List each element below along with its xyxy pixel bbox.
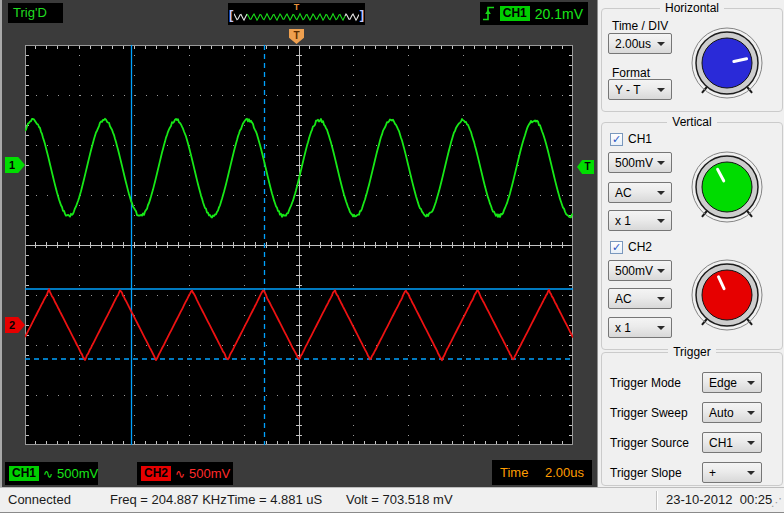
ch1-coupling-select[interactable]: AC: [608, 182, 672, 203]
ch2-badge: CH2: [141, 466, 171, 481]
ch1-position-marker[interactable]: 1: [5, 157, 25, 173]
dropdown-arrow-icon: [747, 411, 755, 415]
oscilloscope-app-window: Trig'D [ ] T CH1 20.1mV 1 2 T T CH1 ∿: [0, 0, 784, 513]
trigger-status-readout: Trig'D: [8, 3, 63, 23]
trigger-slope-select[interactable]: +: [702, 462, 762, 483]
preview-trigger-position-marker[interactable]: T: [294, 2, 300, 12]
frequency-measurement: Freq = 204.887 KHz: [110, 492, 227, 507]
horizontal-group-title: Horizontal: [660, 1, 724, 15]
dropdown-arrow-icon: [657, 88, 665, 92]
dropdown-arrow-icon: [747, 441, 755, 445]
ch2-coupling-icon: ∿: [175, 467, 185, 481]
ch1-probe-select[interactable]: x 1: [608, 210, 672, 231]
window-frame-edge: [0, 0, 2, 487]
dropdown-arrow-icon: [657, 191, 665, 195]
format-value: Y - T: [615, 83, 641, 97]
ch1-volts-select[interactable]: 500mV: [608, 152, 672, 173]
ch2-checkbox-label: CH2: [628, 240, 652, 254]
time-div-value: 2.00us: [615, 37, 651, 51]
trigger-mode-select[interactable]: Edge: [702, 372, 762, 393]
ch1-coupling-value: AC: [615, 186, 632, 200]
trigger-level-readout: CH1 20.1mV: [480, 2, 588, 25]
ch1-position-knob[interactable]: [685, 145, 769, 229]
trigger-sweep-value: Auto: [709, 406, 734, 420]
ch2-coupling-select[interactable]: AC: [608, 288, 672, 309]
horizontal-position-knob[interactable]: [685, 21, 769, 105]
trigger-sweep-label: Trigger Sweep: [610, 406, 688, 420]
ch1-enable-row: ✓ CH1: [610, 132, 652, 146]
time-measurement: Time = 4.881 uS: [227, 492, 322, 507]
edge-trigger-icon: [482, 4, 495, 23]
scope-display-region: Trig'D [ ] T CH1 20.1mV 1 2 T T CH1 ∿: [0, 0, 597, 487]
ch1-checkbox[interactable]: ✓: [610, 133, 623, 146]
trigger-source-label: Trigger Source: [610, 436, 689, 450]
status-bar: Connected Freq = 204.887 KHz Time = 4.88…: [0, 487, 784, 513]
trigger-slope-label: Trigger Slope: [610, 466, 682, 480]
ch2-volts-div: 500mV: [189, 466, 230, 481]
preview-waveform: [234, 10, 359, 24]
vertical-group-title: Vertical: [667, 115, 716, 129]
trigger-source-badge: CH1: [500, 6, 530, 21]
dropdown-arrow-icon: [657, 161, 665, 165]
trigger-slope-value: +: [709, 466, 716, 480]
trigger-group: Trigger Trigger Mode Edge Trigger Sweep …: [601, 352, 783, 486]
ch1-scale-readout: CH1 ∿ 500mV: [5, 462, 98, 485]
timebase-readout: Time 2.00us: [492, 460, 592, 485]
trigger-mode-value: Edge: [709, 376, 737, 390]
trigger-source-value: CH1: [709, 436, 733, 450]
format-label: Format: [612, 66, 650, 80]
ch2-position-marker[interactable]: 2: [5, 317, 25, 333]
waveform-preview-strip[interactable]: [ ] T: [228, 3, 365, 25]
trigger-source-select[interactable]: CH1: [702, 432, 762, 453]
ch1-badge: CH1: [9, 466, 39, 481]
preview-right-bracket: ]: [360, 6, 364, 24]
ch2-enable-row: ✓ CH2: [610, 240, 652, 254]
trigger-level-marker[interactable]: T: [577, 160, 594, 174]
ch2-volts-select[interactable]: 500mV: [608, 260, 672, 281]
connection-status: Connected: [8, 492, 71, 507]
ch2-probe-value: x 1: [615, 321, 631, 335]
scope-plot-svg: [25, 45, 573, 445]
format-select[interactable]: Y - T: [608, 79, 672, 100]
ch1-coupling-icon: ∿: [43, 467, 53, 481]
control-panel: Horizontal Time / DIV 2.00us Format Y - …: [597, 0, 784, 487]
ch2-position-knob[interactable]: [685, 253, 769, 337]
trigger-mode-label: Trigger Mode: [610, 376, 681, 390]
time-div-label: Time / DIV: [612, 19, 668, 33]
ch2-volts-value: 500mV: [615, 264, 653, 278]
ch1-probe-value: x 1: [615, 214, 631, 228]
ch2-coupling-value: AC: [615, 292, 632, 306]
ch2-scale-readout: CH2 ∿ 500mV: [137, 462, 233, 485]
time-label: Time: [500, 465, 528, 480]
ch1-checkbox-label: CH1: [628, 132, 652, 146]
ch1-volts-div: 500mV: [57, 466, 98, 481]
horizontal-group: Horizontal Time / DIV 2.00us Format Y - …: [601, 8, 783, 112]
dropdown-arrow-icon: [657, 219, 665, 223]
resize-grip-icon[interactable]: ⋰: [771, 496, 782, 509]
time-div-select[interactable]: 2.00us: [608, 33, 672, 54]
trigger-level-value: 20.1mV: [535, 6, 583, 22]
ch2-probe-select[interactable]: x 1: [608, 317, 672, 338]
dropdown-arrow-icon: [747, 381, 755, 385]
voltage-measurement: Volt = 703.518 mV: [346, 492, 453, 507]
trigger-horizontal-position-marker[interactable]: T: [289, 29, 304, 44]
time-value: 2.00us: [545, 465, 584, 480]
vertical-group: Vertical ✓ CH1 500mV AC x 1 ✓ CH2: [601, 122, 783, 350]
datetime-display: 23-10-2012 00:25: [666, 492, 772, 507]
dropdown-arrow-icon: [657, 42, 665, 46]
scope-graticule[interactable]: [25, 45, 573, 445]
status-separator: [656, 491, 658, 510]
trigger-sweep-select[interactable]: Auto: [702, 402, 762, 423]
dropdown-arrow-icon: [657, 297, 665, 301]
dropdown-arrow-icon: [657, 269, 665, 273]
ch1-volts-value: 500mV: [615, 156, 653, 170]
ch2-checkbox[interactable]: ✓: [610, 241, 623, 254]
preview-left-bracket: [: [229, 6, 233, 24]
dropdown-arrow-icon: [747, 471, 755, 475]
dropdown-arrow-icon: [657, 326, 665, 330]
